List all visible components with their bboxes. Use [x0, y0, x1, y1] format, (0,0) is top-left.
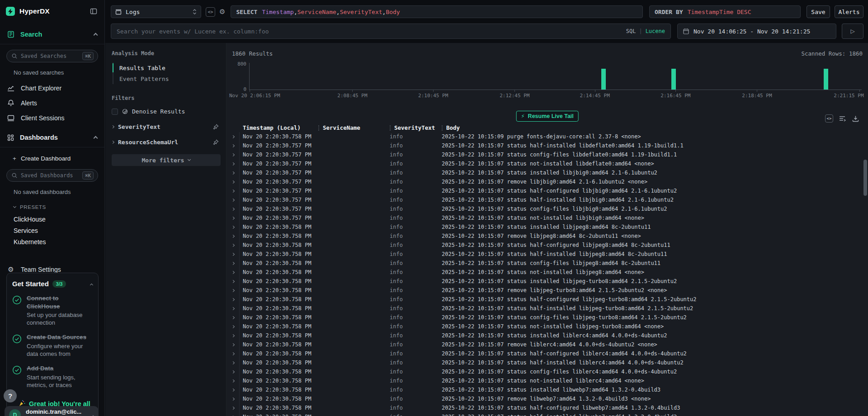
expand-row-button[interactable]	[226, 172, 239, 174]
analysis-mode-results-table[interactable]: Results Table	[113, 62, 221, 73]
column-resize-handle[interactable]	[442, 125, 443, 131]
expand-row-button[interactable]	[226, 154, 239, 156]
expand-row-button[interactable]	[226, 280, 239, 283]
header-servicename[interactable]: ServiceName	[318, 124, 390, 131]
expand-row-button[interactable]	[226, 307, 239, 310]
expand-row-button[interactable]	[226, 398, 239, 400]
denoise-checkbox[interactable]	[112, 109, 118, 115]
expand-row-button[interactable]	[226, 244, 239, 246]
table-row[interactable]: Nov 20 2:20:30.757 PMinfo2025-10-22 10:1…	[226, 150, 868, 159]
expand-row-button[interactable]	[226, 262, 239, 265]
table-row[interactable]: Nov 20 2:20:30.758 PMinfo2025-10-22 10:1…	[226, 376, 868, 385]
expand-row-button[interactable]	[226, 253, 239, 255]
expand-row-button[interactable]	[226, 199, 239, 201]
select-clause-input[interactable]: SELECT Timestamp,ServiceName,SeverityTex…	[231, 5, 643, 18]
expand-row-button[interactable]	[226, 289, 239, 292]
table-row[interactable]: Nov 20 2:20:30.758 PMinfo2025-10-22 10:1…	[226, 295, 868, 304]
expand-row-button[interactable]	[226, 190, 239, 192]
header-body[interactable]: Body	[442, 124, 868, 131]
search-input[interactable]	[117, 28, 626, 35]
more-filters-button[interactable]: More filters	[112, 154, 221, 166]
get-started-item[interactable]: Connect to ClickHouseSet up your databas…	[12, 294, 93, 326]
query-settings-button[interactable]: ⚙	[219, 8, 225, 16]
filter-group-resourceschemaurl[interactable]: ResourceSchemaUrl	[112, 139, 221, 146]
table-scrollbar[interactable]	[863, 151, 867, 415]
chevron-up-icon[interactable]	[94, 134, 97, 141]
download-button[interactable]	[852, 115, 859, 122]
table-row[interactable]: Nov 20 2:20:30.758 PMinfo2025-10-22 10:1…	[226, 286, 868, 295]
expand-row-button[interactable]	[226, 271, 239, 274]
table-row[interactable]: Nov 20 2:20:30.757 PMinfo2025-10-22 10:1…	[226, 168, 868, 177]
chevron-up-icon[interactable]	[90, 280, 93, 288]
chart-bar[interactable]	[601, 69, 606, 90]
create-dashboard-button[interactable]: + Create Dashboard	[0, 155, 104, 162]
mode-sql[interactable]: SQL	[626, 28, 636, 34]
help-button[interactable]: ?	[4, 389, 17, 402]
run-query-button[interactable]: ▷	[842, 24, 863, 39]
expand-row-button[interactable]	[226, 326, 239, 328]
expand-row-button[interactable]	[226, 317, 239, 319]
view-source-code-button[interactable]: <>	[825, 114, 833, 123]
sidebar-item-chart-explorer[interactable]: Chart Explorer	[0, 80, 104, 95]
table-row[interactable]: Nov 20 2:20:30.758 PMinfo2025-10-22 10:1…	[226, 222, 868, 232]
get-started-item[interactable]: Add DataStart sending logs, metrics, or …	[12, 364, 93, 389]
user-menu[interactable]: D dominic.tran@clic... dominic.tran@clic…	[5, 406, 99, 416]
table-row[interactable]: Nov 20 2:20:30.758 PMinfo2025-10-22 10:1…	[226, 232, 868, 241]
table-row[interactable]: Nov 20 2:20:30.758 PMinfo2025-10-22 10:1…	[226, 412, 868, 416]
order-by-input[interactable]: ORDER BY TimestampTime DESC	[649, 5, 801, 18]
column-resize-handle[interactable]	[318, 125, 319, 131]
select-field[interactable]: SeverityText	[340, 9, 382, 15]
expand-row-button[interactable]	[226, 353, 239, 355]
table-row[interactable]: Nov 20 2:20:30.758 PMinfo2025-10-22 10:1…	[226, 268, 868, 277]
expand-row-button[interactable]	[226, 362, 239, 364]
save-button[interactable]: Save	[807, 5, 830, 18]
table-row[interactable]: Nov 20 2:20:30.758 PMinfo2025-10-22 10:1…	[226, 250, 868, 259]
header-severitytext[interactable]: SeverityText	[390, 124, 442, 131]
select-field[interactable]: ServiceName	[297, 9, 336, 15]
pin-icon[interactable]	[213, 124, 219, 130]
table-row[interactable]: Nov 20 2:20:30.757 PMinfo2025-10-22 10:1…	[226, 195, 868, 204]
expand-row-button[interactable]	[226, 136, 239, 138]
sidebar-item-dashboards[interactable]: Dashboards	[0, 132, 104, 142]
expand-row-button[interactable]	[226, 389, 239, 391]
expand-row-button[interactable]	[226, 217, 239, 219]
chart-bar[interactable]	[671, 69, 676, 90]
table-row[interactable]: Nov 20 2:20:30.757 PMinfo2025-10-22 10:1…	[226, 141, 868, 150]
table-row[interactable]: Nov 20 2:20:30.758 PMinfo2025-10-22 10:1…	[226, 313, 868, 322]
expand-row-button[interactable]	[226, 163, 239, 165]
expand-row-button[interactable]	[226, 335, 239, 337]
table-row[interactable]: Nov 20 2:20:30.758 PMinfo2025-10-22 10:1…	[226, 403, 868, 412]
table-row[interactable]: Nov 20 2:20:30.758 PMinfo2025-10-22 10:1…	[226, 349, 868, 358]
preset-item[interactable]: Services	[0, 225, 104, 236]
scrollbar-thumb[interactable]	[863, 160, 867, 196]
table-row[interactable]: Nov 20 2:20:30.757 PMinfo2025-10-22 10:1…	[226, 159, 868, 168]
expand-row-button[interactable]	[226, 145, 239, 147]
table-row[interactable]: Nov 20 2:20:30.758 PMinfo2025-10-22 10:1…	[226, 304, 868, 313]
table-row[interactable]: Nov 20 2:20:30.757 PMinfo2025-10-22 10:1…	[226, 186, 868, 195]
chart-bar[interactable]	[824, 69, 828, 90]
expand-row-button[interactable]	[226, 407, 239, 409]
expand-row-button[interactable]	[226, 235, 239, 237]
get-started-header[interactable]: Get Started 3/3	[12, 280, 93, 288]
expand-row-button[interactable]	[226, 181, 239, 183]
presets-toggle[interactable]: PRESETS	[0, 204, 104, 210]
analysis-mode-event-patterns[interactable]: Event Patterns	[113, 73, 221, 84]
time-range-picker[interactable]: Nov 20 14:06:25 - Nov 20 14:21:25	[677, 24, 836, 39]
select-field[interactable]: Body	[386, 9, 400, 15]
sidebar-item-alerts[interactable]: Alerts	[0, 95, 104, 110]
table-row[interactable]: Nov 20 2:20:30.758 PMinfo2025-10-22 10:1…	[226, 340, 868, 349]
expand-row-button[interactable]	[226, 226, 239, 228]
expand-row-button[interactable]	[226, 380, 239, 382]
table-row[interactable]: Nov 20 2:20:30.757 PMinfo2025-10-22 10:1…	[226, 204, 868, 213]
table-row[interactable]: Nov 20 2:20:30.758 PMinfo2025-10-22 10:1…	[226, 277, 868, 286]
table-row[interactable]: Nov 20 2:20:30.758 PMinfo2025-10-22 10:1…	[226, 259, 868, 268]
sql-mode-toggle-button[interactable]: <>	[206, 7, 215, 17]
get-started-item[interactable]: Create Data SourcesConfigure where your …	[12, 333, 93, 358]
source-select[interactable]: Logs	[111, 5, 201, 18]
table-row[interactable]: Nov 20 2:20:30.757 PMinfo2025-10-22 10:1…	[226, 213, 868, 222]
row-density-button[interactable]	[839, 115, 846, 122]
event-search-box[interactable]: SQL | Lucene	[111, 24, 671, 39]
table-row[interactable]: Nov 20 2:20:30.758 PMinfo2025-10-22 10:1…	[226, 132, 868, 141]
saved-dashboards-input[interactable]: Saved Dashboards ⌘K	[6, 169, 98, 182]
table-row[interactable]: Nov 20 2:20:30.758 PMinfo2025-10-22 10:1…	[226, 394, 868, 403]
